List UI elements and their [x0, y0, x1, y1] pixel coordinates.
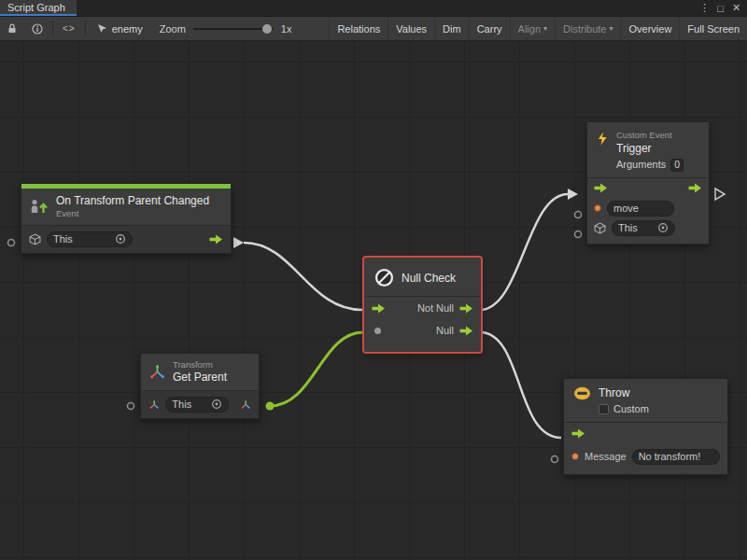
flow-output-port[interactable] [688, 183, 702, 193]
window-controls: ⋮ □ ✕ [698, 0, 747, 16]
this-field[interactable]: This [47, 231, 133, 247]
node-category: Transform [173, 359, 227, 371]
overview-button[interactable]: Overview [621, 17, 680, 40]
node-header: On Transform Parent Changed Event [21, 189, 231, 225]
graph-toolbar: <> enemy Zoom 1x Relations Values Dim Ca… [0, 17, 747, 41]
window-menu-icon[interactable]: ⋮ [698, 1, 712, 15]
transform-axes-icon[interactable] [148, 399, 160, 410]
flow-port-row [587, 178, 709, 199]
close-icon[interactable]: ✕ [729, 1, 743, 15]
node-throw[interactable]: Throw Custom Message No transform! [563, 378, 728, 475]
port-circle[interactable] [552, 456, 558, 463]
lightning-icon [596, 130, 609, 147]
target-picker-icon[interactable] [211, 399, 222, 410]
node-header: Null Check [365, 259, 480, 296]
custom-label: Custom [613, 403, 649, 416]
flow-arrowhead [233, 237, 244, 248]
value-port-dot[interactable] [266, 402, 275, 411]
transform-axes-icon [149, 365, 165, 379]
zoom-label: Zoom [160, 23, 186, 35]
custom-toggle-row: Custom [599, 403, 649, 416]
chevron-down-icon: ▾ [610, 24, 613, 33]
tab-label: Script Graph [7, 2, 65, 13]
arguments-row: Arguments 0 [616, 159, 684, 172]
flow-input-port[interactable] [571, 428, 585, 439]
event-name-field[interactable]: move [607, 201, 674, 217]
node-get-parent[interactable]: Transform Get Parent This [140, 353, 260, 419]
cube-icon [594, 222, 606, 234]
fullscreen-button[interactable]: Full Screen [679, 17, 747, 40]
distribute-button[interactable]: Distribute ▾ [555, 17, 620, 40]
cube-icon [29, 233, 41, 245]
flow-input-port[interactable] [372, 303, 386, 314]
not-null-output-port[interactable] [459, 303, 473, 314]
flow-out-indicator-icon [715, 189, 725, 200]
arguments-label: Arguments [616, 159, 666, 172]
info-icon[interactable] [24, 17, 50, 40]
align-button[interactable]: Align ▾ [510, 17, 555, 40]
node-title: Trigger [616, 142, 684, 156]
node-null-check[interactable]: Null Check Not Null Null [364, 258, 481, 352]
flow-output-port[interactable] [209, 234, 223, 245]
code-icon[interactable]: <> [55, 17, 83, 40]
graph-canvas[interactable]: On Transform Parent Changed Event This [0, 41, 747, 560]
carry-button[interactable]: Carry [469, 17, 510, 40]
relations-button[interactable]: Relations [329, 17, 388, 40]
node-on-transform-parent-changed[interactable]: On Transform Parent Changed Event This [21, 183, 232, 254]
zoom-control: Zoom 1x [152, 17, 300, 40]
flow-arrowhead [568, 189, 578, 200]
not-null-label: Not Null [417, 302, 454, 314]
port-circle[interactable] [575, 212, 582, 218]
wire-notnull-to-customevent[interactable] [480, 194, 568, 310]
flow-port-row [564, 423, 727, 445]
null-check-icon [374, 268, 394, 287]
zoom-slider-handle[interactable] [262, 24, 272, 34]
wire-event-to-nullcheck[interactable] [244, 243, 362, 310]
port-circle[interactable] [575, 231, 582, 238]
port-circle[interactable] [128, 403, 134, 410]
this-port-row: This [21, 226, 231, 253]
target-picker-icon[interactable] [657, 222, 669, 233]
tab-script-graph[interactable]: Script Graph [0, 0, 77, 16]
flow-input-port[interactable] [594, 183, 608, 193]
throw-icon [573, 386, 591, 400]
node-subtitle: Event [56, 208, 209, 219]
this-field[interactable]: This [165, 397, 228, 413]
dim-button[interactable]: Dim [434, 17, 469, 40]
wire-getparent-to-nullcheck[interactable] [270, 332, 363, 406]
lock-icon[interactable] [0, 17, 24, 40]
this-field[interactable]: This [612, 220, 675, 236]
transform-event-icon [30, 199, 49, 215]
not-null-port-row: Not Null [365, 297, 480, 319]
custom-checkbox[interactable] [599, 404, 609, 414]
chevron-down-icon: ▾ [543, 24, 547, 33]
zoom-slider[interactable] [193, 28, 274, 30]
transform-output-port[interactable] [240, 399, 251, 410]
null-output-port[interactable] [459, 326, 473, 336]
arguments-field[interactable]: 0 [670, 159, 684, 172]
node-title: Throw [599, 386, 649, 400]
toolbar-divider [52, 21, 53, 36]
event-name-row: move [587, 199, 709, 218]
value-input-port[interactable] [571, 453, 579, 460]
zoom-value: 1x [281, 23, 292, 35]
target-picker-icon[interactable] [115, 233, 126, 245]
node-title: Null Check [402, 272, 456, 285]
wire-null-to-throw[interactable] [480, 332, 561, 438]
this-port-row: This [587, 218, 709, 238]
node-custom-event-trigger[interactable]: Custom Event Trigger Arguments 0 move [586, 121, 710, 245]
maximize-icon[interactable]: □ [713, 1, 727, 15]
this-port-row: This [141, 391, 259, 418]
graph-pointer-icon [97, 23, 107, 34]
message-port-row: Message No transform! [564, 445, 727, 469]
node-title: On Transform Parent Changed [56, 194, 209, 208]
value-input-port[interactable] [594, 204, 601, 212]
node-header: Throw Custom [564, 379, 727, 422]
values-button[interactable]: Values [388, 17, 434, 40]
message-field[interactable]: No transform! [632, 449, 720, 465]
port-circle[interactable] [8, 240, 15, 246]
graph-name[interactable]: enemy [88, 17, 152, 40]
null-port-row: Null [365, 319, 480, 342]
node-header: Custom Event Trigger Arguments 0 [587, 122, 709, 177]
value-input-port[interactable] [374, 328, 381, 334]
